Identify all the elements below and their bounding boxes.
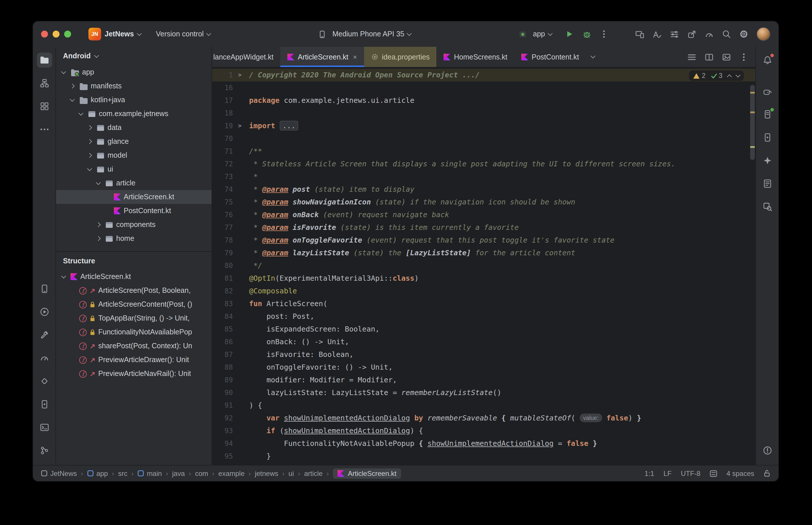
editor-config-icon[interactable] [710, 470, 717, 477]
breadcrumb-src[interactable]: src [118, 469, 128, 477]
code-line-70[interactable]: 70 [212, 132, 755, 145]
more-actions-icon[interactable] [597, 27, 611, 41]
inspection-widget[interactable]: 2 3 [689, 71, 744, 81]
breadcrumb-jetnews[interactable]: jetnews [255, 469, 278, 477]
gemini-spark-icon[interactable] [760, 153, 775, 168]
warnings-indicator[interactable]: 2 [693, 72, 705, 79]
collapsed-chevron-icon[interactable] [86, 140, 94, 143]
line-number[interactable]: 75 [212, 196, 245, 209]
code-line-83[interactable]: 83fun ArticleScreen( [212, 297, 755, 310]
line-number[interactable]: 70 [212, 132, 245, 145]
structure-item-articlescreen-kt[interactable]: ArticleScreen.kt [56, 270, 211, 284]
device-selector[interactable]: Medium Phone API 35 [313, 26, 414, 43]
code-line-90[interactable]: 90 lazyListState: LazyListState = rememb… [212, 386, 755, 399]
code-line-79[interactable]: 79 * @param lazyListState (state) the [L… [212, 246, 755, 259]
inspections-passed-indicator[interactable]: 3 [711, 72, 722, 79]
editor-tab-lanceappwidget-kt[interactable]: lanceAppWidget.kt [212, 47, 280, 67]
code-line-77[interactable]: 77 * @param isFavorite (state) is this i… [212, 221, 755, 234]
line-number[interactable]: 94 [212, 437, 245, 450]
previous-problem-icon[interactable] [727, 74, 732, 79]
code-line-80[interactable]: 80 */ [212, 259, 755, 272]
line-number[interactable]: 1> [212, 69, 245, 81]
line-number[interactable]: 72 [212, 158, 245, 170]
collapsed-chevron-icon[interactable] [94, 223, 102, 226]
profiler-tool-button[interactable] [37, 350, 52, 365]
line-number[interactable]: 89 [212, 374, 245, 386]
fold-chevron-icon[interactable]: > [238, 69, 241, 81]
expanded-chevron-icon[interactable] [77, 113, 85, 115]
run-tool-button[interactable] [37, 304, 52, 319]
line-number[interactable]: 76 [212, 209, 245, 221]
gradle-tool-button[interactable] [760, 84, 775, 99]
line-number[interactable]: 18 [212, 107, 245, 120]
more-options-icon[interactable] [737, 50, 751, 64]
expanded-chevron-icon[interactable] [60, 276, 68, 278]
project-item-data[interactable]: data [56, 121, 211, 135]
line-number[interactable]: 79 [212, 246, 245, 259]
code-line-1[interactable]: 1>/ Copyright 2020 The Android Open Sour… [212, 69, 755, 81]
next-problem-icon[interactable] [736, 73, 741, 77]
device-manager-tool-button[interactable] [37, 281, 52, 296]
notifications-bell-icon[interactable] [760, 52, 775, 68]
project-item-components[interactable]: components [56, 218, 211, 231]
line-number[interactable]: 84 [212, 310, 245, 323]
code-line-78[interactable]: 78 * @param onToggleFavorite (event) req… [212, 234, 755, 246]
code-line-72[interactable]: 72 * Stateless Article Screen that displ… [212, 158, 755, 170]
breadcrumb-com[interactable]: com [195, 469, 208, 477]
profiler-gauge-icon[interactable] [702, 27, 716, 41]
project-item-article[interactable]: article [56, 176, 211, 190]
structure-item-previewarticlenavrail-unit[interactable]: fPreviewArticleNavRail(): Unit [56, 367, 211, 380]
project-item-kotlin-java[interactable]: kotlin+java [56, 93, 211, 107]
search-icon[interactable] [720, 27, 734, 41]
line-number[interactable]: 87 [212, 348, 245, 361]
line-number[interactable]: 95 [212, 450, 245, 463]
breadcrumb-java[interactable]: java [172, 469, 185, 477]
code-line-85[interactable]: 85 isExpandedScreen: Boolean, [212, 323, 755, 335]
collapsed-chevron-icon[interactable] [86, 154, 94, 157]
project-item-glance[interactable]: glance [56, 135, 211, 148]
more-tool-windows-icon[interactable] [37, 122, 52, 137]
assistant-tool-button[interactable] [760, 176, 775, 191]
structure-item-articlescreen-post-boolean[interactable]: fArticleScreen(Post, Boolean, [56, 284, 211, 297]
code-assist-icon[interactable] [650, 27, 664, 41]
settings-sliders-icon[interactable] [667, 27, 681, 41]
preview-icon[interactable] [720, 50, 734, 64]
code-line-73[interactable]: 73 * [212, 170, 755, 183]
code-line-95[interactable]: 95 } [212, 450, 755, 463]
collapsed-chevron-icon[interactable] [94, 237, 102, 240]
breadcrumb-example[interactable]: example [219, 469, 245, 477]
encoding-selector[interactable]: UTF-8 [681, 469, 700, 477]
close-window-button[interactable] [41, 31, 48, 38]
split-editor-icon[interactable] [702, 50, 716, 64]
editor-tab-idea-properties[interactable]: idea.properties [364, 47, 437, 67]
code-line-76[interactable]: 76 * @param onBack (event) request navig… [212, 209, 755, 221]
code-line-88[interactable]: 88 onToggleFavorite: () -> Unit, [212, 361, 755, 374]
vcs-widget[interactable]: Version control [153, 28, 213, 40]
run-button[interactable] [562, 27, 576, 41]
line-number[interactable]: 80 [212, 259, 245, 272]
code-line-19[interactable]: 19>import ... [212, 120, 755, 132]
line-number[interactable]: 81 [212, 272, 245, 285]
code-line-89[interactable]: 89 modifier: Modifier = Modifier, [212, 374, 755, 386]
app-quality-insights-tool-button[interactable] [37, 374, 52, 389]
code-editor[interactable]: 1>/ Copyright 2020 The Android Open Sour… [212, 68, 755, 465]
zoom-window-button[interactable] [64, 31, 71, 38]
expanded-chevron-icon[interactable] [86, 168, 94, 170]
code-line-86[interactable]: 86 onBack: () -> Unit, [212, 335, 755, 348]
code-line-74[interactable]: 74 * @param post (state) item to display [212, 183, 755, 196]
line-number[interactable]: 17 [212, 94, 245, 107]
code-line-75[interactable]: 75 * @param showNavigationIcon (state) i… [212, 196, 755, 209]
version-control-tool-button[interactable] [37, 443, 52, 458]
run-config-selector[interactable]: app [513, 26, 554, 43]
code-line-94[interactable]: 94 FunctionalityNotAvailablePopup { show… [212, 437, 755, 450]
resource-manager-tool-button[interactable] [37, 76, 52, 91]
structure-item-topappbar-string-unit[interactable]: fTopAppBar(String, () -> Unit, [56, 311, 211, 325]
expanded-chevron-icon[interactable] [94, 182, 102, 184]
structure-item-previewarticledrawer-unit[interactable]: fPreviewArticleDrawer(): Unit [56, 353, 211, 367]
line-number[interactable]: 90 [212, 386, 245, 399]
project-item-app[interactable]: app [56, 65, 211, 79]
line-number[interactable]: 93 [212, 424, 245, 437]
editor-tab-homescreens-kt[interactable]: HomeScreens.kt [437, 47, 514, 67]
line-number[interactable]: 86 [212, 335, 245, 348]
collapsed-chevron-icon[interactable] [68, 84, 76, 88]
